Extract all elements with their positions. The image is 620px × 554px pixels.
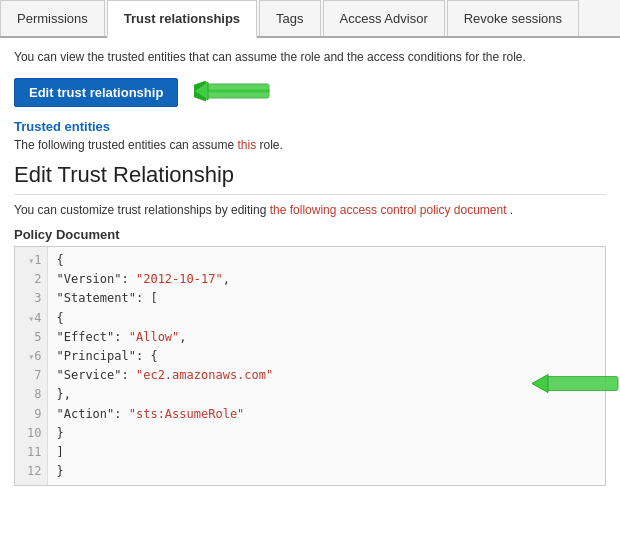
main-content: You can view the trusted entities that c… [0,38,620,496]
line-number: 5 [21,328,41,347]
tab-bar: Permissions Trust relationships Tags Acc… [0,0,620,38]
line-number: ▾6 [21,347,41,366]
policy-intro-text: You can customize trust relationships by… [14,201,606,219]
line-number: 2 [21,270,41,289]
line-number: 11 [21,443,41,462]
line-number: 3 [21,289,41,308]
edit-trust-relationship-title: Edit Trust Relationship [14,162,606,195]
line-number: 12 [21,462,41,481]
code-line: }, [56,385,597,404]
svg-marker-6 [532,375,548,393]
line-numbers: ▾1 2 3▾4 5▾6 7 8 9 10 11 12 [15,247,48,485]
code-line: "Effect": "Allow", [56,328,597,347]
tab-tags[interactable]: Tags [259,0,320,36]
trusted-entities-heading: Trusted entities [14,119,606,134]
code-line: } [56,424,597,443]
intro-text: You can view the trusted entities that c… [14,48,606,66]
line-number: 9 [21,405,41,424]
code-line: "Service": "ec2.amazonaws.com" [56,366,597,385]
code-content: { "Version": "2012-10-17", "Statement": … [48,247,605,485]
tab-permissions[interactable]: Permissions [0,0,105,36]
tab-trust-relationships[interactable]: Trust relationships [107,0,257,38]
tab-access-advisor[interactable]: Access Advisor [323,0,445,36]
edit-button-row: Edit trust relationship [14,76,606,109]
code-line: "Principal": { [56,347,597,366]
arrow-indicator-code [532,369,620,402]
arrow-indicator-top [194,76,274,109]
svg-rect-5 [546,377,618,391]
line-number: ▾4 [21,309,41,328]
svg-rect-2 [206,84,269,98]
line-number: 7 [21,366,41,385]
code-line: "Statement": [ [56,289,597,308]
code-line: { [56,251,597,270]
code-line: { [56,309,597,328]
trusted-entities-desc: The following trusted entities can assum… [14,138,606,152]
code-line: "Action": "sts:AssumeRole" [56,405,597,424]
edit-trust-relationship-button[interactable]: Edit trust relationship [14,78,178,107]
policy-document-editor[interactable]: ▾1 2 3▾4 5▾6 7 8 9 10 11 12 { "Version":… [14,246,606,486]
line-number: 10 [21,424,41,443]
svg-marker-3 [194,82,208,100]
policy-document-label: Policy Document [14,227,606,242]
code-line: "Version": "2012-10-17", [56,270,597,289]
this-role-link[interactable]: this [237,138,256,152]
tab-revoke-sessions[interactable]: Revoke sessions [447,0,579,36]
line-number: 8 [21,385,41,404]
code-line: ] [56,443,597,462]
policy-doc-link[interactable]: the following access control policy docu… [270,203,507,217]
line-number: ▾1 [21,251,41,270]
code-line: } [56,462,597,481]
